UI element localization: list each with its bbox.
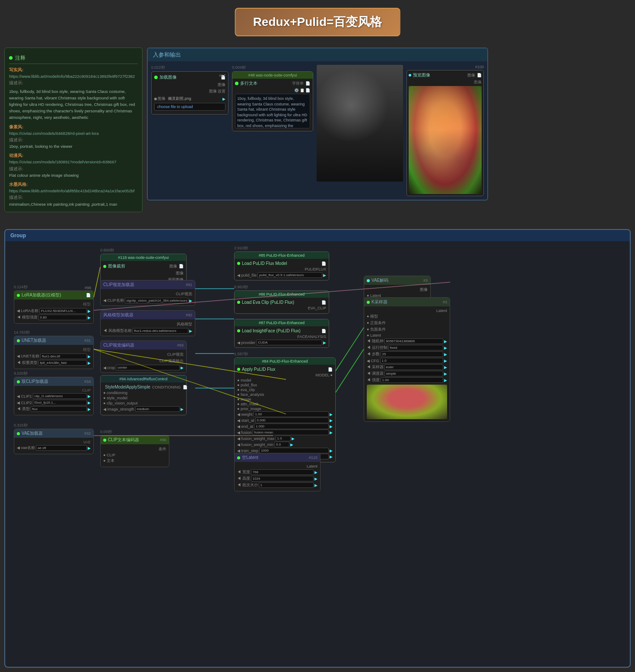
svg-line-8 — [336, 349, 364, 392]
clip-vision-loader-node: CLIP视觉加载器 #91 CLIP视觉 ◀ CLIP名称 sigclip_vi… — [100, 280, 195, 306]
node118-header: #118 was-node-suite-comfyui — [101, 254, 186, 261]
page-title: Redux+Pulid=百变风格 — [235, 8, 400, 36]
clip-vision-encode-node: CLIP视觉编码器 #93 CLIP视觉 CLIP视觉输出 ◀ crop cen… — [100, 341, 187, 373]
io-panel-header: 入参和输出 — [148, 48, 487, 61]
svg-line-0 — [94, 267, 100, 297]
lora-loader-node: 0.124秒 LoRA加载器(仅模型) 📄 #96 模型 ◀ LoRA名称 FL… — [14, 284, 94, 324]
text-content[interactable]: 1boy, fullbody, 3d blind box style, wear… — [235, 94, 310, 128]
workflow-header: Group — [5, 230, 630, 241]
fusion-value: fusion mean — [253, 430, 329, 435]
node48-type: 多行文本 — [240, 80, 257, 86]
k-sampler-node: K采样器 #3 Latent ● 模型 ● 正面条件 ● 负面条件 ● Late… — [364, 297, 450, 422]
node48-label: #48 was-node-suite-comfyui — [232, 72, 312, 79]
dual-clip-node: 9.020秒 双CLIP加载器 #34 CLIP ◀ CLIP1 clip_l1… — [14, 371, 94, 415]
workflow-area: Group 0.124秒 LoRA加载器(仅模型) 📄 #96 模型 ◀ LoR… — [4, 229, 631, 668]
io-panel: 入参和输出 0.022秒 #17 加载图像 📄 图像 图像 设置 图像 幽灵剧照… — [147, 48, 488, 201]
annotation-label: 注释 — [15, 54, 25, 62]
image-crop-node: 0.859秒 #118 was-node-suite-comfyui 图像裁剪 … — [100, 248, 187, 285]
style-model-apply-node: #94 AdvancedRefluxControl StyleModelAppl… — [100, 375, 187, 415]
insight-face-node: #87 PuLID-Flux-Enhanced Load InsightFace… — [234, 319, 329, 348]
unet-loader-node: 14.763秒 UNET加载器 #31 模型 ◀ UNET名称 flux1-de… — [14, 330, 94, 369]
node17-id: #17 — [219, 73, 225, 78]
vae-loader-node: 0.315秒 VAE加载器 #32 VAE ◀ vae名称 ae.sft ▶ — [14, 423, 94, 454]
style-model-loader-node: 风格模型加载器 #92 风格模型 ◀ 风格模型名称 flux1-redux-de… — [100, 310, 195, 336]
eva-clip-node: 6.963秒 #86 PuLID-Flux-Enhanced Load Eva … — [234, 284, 329, 314]
choose-file-label[interactable]: choose file to upload — [154, 103, 225, 111]
annotation-content: 写实风: https://www.liblib.art/modelInfo/9b… — [9, 67, 138, 207]
node17-label: 加载图像 — [159, 74, 177, 80]
apply-pulid-node: 1.587秒 #84 PuLID-Flux-Enhanced Apply PuL… — [234, 351, 336, 462]
svg-line-7 — [336, 328, 364, 371]
pulid-flux-model-node: 2.910秒 #85 PuLID-Flux-Enhanced Load PuLI… — [234, 245, 329, 280]
empty-latent-node: 空Latent #115 Latent ◀ 宽度 768 ▶ ◀ 高度 1024… — [234, 453, 321, 491]
clip-text-encoder-node: 0.09秒 CLIP文本编码器 #96 条件 ● CLIP ● 文本 — [100, 429, 169, 467]
annotation-panel: 注释 写实风: https://www.liblib.art/modelInfo… — [4, 48, 143, 212]
